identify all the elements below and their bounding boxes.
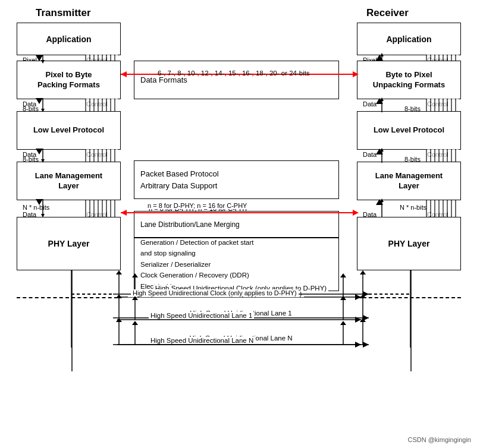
svg-marker-17 [380,97,384,101]
pixel-bits-label: 6-, 7-, 8-, 10-, 12-, 14-, 15-, 16-, 18-… [158,68,310,78]
rx-unpacking-box: Byte to PixelUnpacking Formats [357,61,461,99]
rx-vert-2 [378,98,385,113]
svg-marker-56 [116,294,122,298]
tx-phy-label: PHY Layer [48,239,90,248]
lane-dist-label: Lane Distribution/Lane Merging [140,220,240,229]
tx-llp-label: Low Level Protocol [33,125,104,135]
rx-vert-4 [378,199,385,218]
svg-marker-13 [41,214,45,217]
rx-lane-label: Lane ManagementLayer [375,171,443,191]
tx-llp-box: Low Level Protocol [17,111,121,150]
svg-marker-4 [353,210,359,216]
rx-unpacking-label: Byte to PixelUnpacking Formats [373,70,445,90]
tx-phy-box: PHY Layer [17,217,121,270]
watermark: CSDN @kimgingingin [407,436,471,443]
svg-marker-62 [116,318,122,322]
transmitter-title: Transmitter [36,7,91,19]
rx-vert-1 [378,55,385,61]
rx-phy-label: PHY Layer [388,239,430,248]
packet-label: Packet Based ProtocolArbitrary Data Supp… [140,168,219,191]
rx-phy-box: PHY Layer [357,217,461,270]
tx-app-label: Application [46,34,91,44]
tx-vert-1 [39,55,46,61]
tx-packing-box: Pixel to BytePacking Formats [17,61,121,99]
rx-app-label: Application [386,34,431,44]
rx-lane-box: Lane ManagementLayer [357,162,461,200]
hs-laneN-text: High Speed Unidirectional Lane N [149,337,255,344]
svg-marker-9 [41,109,45,112]
rx-unpack-data: Data [363,100,377,108]
diagram: Transmitter Receiver Application Pixel C… [0,0,480,448]
svg-marker-5 [121,210,127,216]
rx-nbits: N * n-bits [400,204,426,211]
n-bits-center-label: n = 8 for D-PHY; n = 16 for C-PHY [146,202,248,209]
tx-vert-2 [39,98,46,113]
tx-vert-3 [39,149,46,163]
svg-marker-52 [360,270,366,275]
tx-application-box: Application [17,23,121,55]
tx-packing-label: Pixel to BytePacking Formats [37,70,100,90]
svg-marker-50 [116,270,122,275]
tx-lane-box: Lane ManagementLayer [17,162,121,200]
receiver-title: Receiver [366,7,409,19]
tx-lane-label: Lane ManagementLayer [35,171,102,191]
svg-marker-19 [380,148,384,152]
svg-marker-21 [380,198,384,202]
center-packet-box: Packet Based ProtocolArbitrary Data Supp… [134,160,339,199]
rx-application-box: Application [357,23,461,55]
hs-clock-text: High Speed Unidirectional Clock (only ap… [131,289,299,296]
rx-llp-label: Low Level Protocol [374,125,444,135]
svg-marker-2 [121,71,127,77]
rx-vert-3 [378,149,385,163]
svg-marker-60 [363,342,369,348]
tx-vert-4 [39,199,46,218]
rx-llp-data: Data [363,151,377,158]
hs-lane1-text: High Speed Unidirectional Lane 1 [149,312,254,319]
svg-marker-11 [41,159,45,163]
rx-llp-box: Low Level Protocol [357,111,461,150]
